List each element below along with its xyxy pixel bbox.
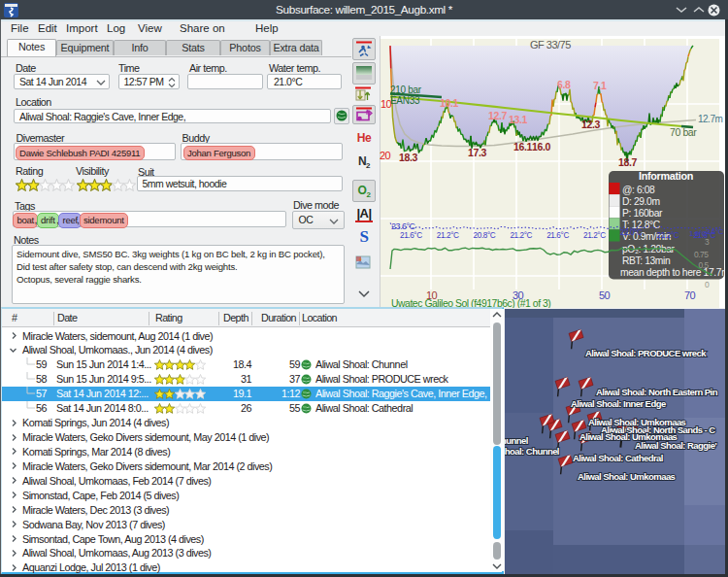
svg-text:12.3: 12.3	[581, 119, 600, 130]
svg-text:17.3: 17.3	[468, 147, 486, 158]
svg-text:Aliwal Shoal: North Eastern Pi: Aliwal Shoal: North Eastern Pin	[596, 387, 718, 397]
svg-text:D: 29.0m: D: 29.0m	[622, 196, 660, 207]
svg-text:2.6°C: 2.6°C	[706, 227, 724, 236]
svg-text:mean depth to here 17.7m: mean depth to here 17.7m	[620, 267, 725, 278]
svg-text:1.6°C: 1.6°C	[689, 229, 708, 238]
svg-text:13.1: 13.1	[509, 114, 527, 125]
svg-text:70 bar: 70 bar	[670, 126, 697, 138]
svg-text:21.6°C: 21.6°C	[546, 231, 569, 240]
svg-text:10.1: 10.1	[440, 97, 458, 109]
svg-text:P: 160bar: P: 160bar	[622, 208, 663, 219]
svg-text:50: 50	[599, 289, 611, 301]
svg-text:21.6°C: 21.6°C	[400, 231, 422, 240]
svg-text:12.7m: 12.7m	[698, 114, 722, 124]
svg-text:0.5: 0.5	[699, 260, 710, 270]
svg-text:6.8: 6.8	[557, 79, 571, 90]
svg-text:18.7: 18.7	[618, 156, 637, 168]
svg-text:22.0°C: 22.0°C	[620, 228, 643, 237]
svg-text:70: 70	[684, 289, 696, 301]
svg-text:EAN33: EAN33	[390, 95, 420, 106]
svg-text:20.8°C: 20.8°C	[474, 231, 496, 240]
svg-text:Aliwal Shoal: Inner Edge: Aliwal Shoal: Inner Edge	[571, 398, 666, 409]
svg-text:18.3: 18.3	[399, 152, 417, 163]
svg-text:16.0: 16.0	[532, 141, 550, 153]
svg-text:16.1: 16.1	[513, 141, 532, 153]
svg-text:0.75: 0.75	[694, 250, 709, 259]
svg-text:@: 6:08: @: 6:08	[622, 185, 655, 195]
svg-text:12.7: 12.7	[488, 110, 507, 121]
svg-text:Information: Information	[639, 170, 693, 182]
svg-text:7.1: 7.1	[593, 80, 607, 91]
svg-text:23.6°C: 23.6°C	[391, 221, 416, 231]
svg-text:20: 20	[380, 150, 391, 161]
svg-text:RBT: 13min: RBT: 13min	[622, 255, 671, 266]
svg-text:21.2°C: 21.2°C	[437, 231, 459, 240]
svg-text:Aliwal Shoal: PRODUCE wreck: Aliwal Shoal: PRODUCE wreck	[585, 348, 707, 358]
svg-text:hunnel: hunnel	[505, 435, 528, 446]
svg-text:Aliwal Shoal: Raggie': Aliwal Shoal: Raggie'	[635, 440, 716, 451]
svg-text:Aliwal Shoal: Cathedral: Aliwal Shoal: Cathedral	[573, 453, 663, 463]
svg-text:Aliwal Shoal: Umkomaas: Aliwal Shoal: Umkomaas	[578, 471, 676, 482]
svg-text:GF 33/75: GF 33/75	[530, 39, 571, 51]
svg-text:21.2°C: 21.2°C	[583, 231, 606, 240]
svg-text:21.2°C: 21.2°C	[657, 231, 679, 240]
svg-text:210 bar: 210 bar	[390, 85, 422, 95]
svg-text:21.2°C: 21.2°C	[510, 231, 532, 240]
svg-text:Shoal: Chunnel: Shoal: Chunnel	[505, 446, 559, 457]
